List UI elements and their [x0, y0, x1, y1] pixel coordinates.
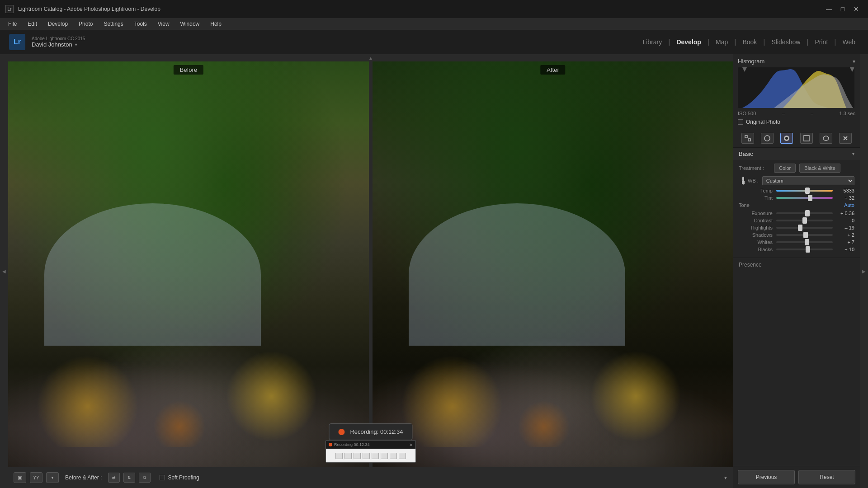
copy-button[interactable]: ⧉ — [139, 473, 151, 483]
menu-settings[interactable]: Settings — [99, 19, 127, 28]
iso-separator: – — [782, 111, 785, 116]
histogram-section: Histogram ▾ ISO 500 – — [733, 54, 860, 129]
photo-divider[interactable] — [369, 61, 373, 467]
nav-web[interactable]: Web — [839, 37, 859, 47]
recording-mini-body — [326, 449, 415, 463]
wb-eyedropper-icon[interactable] — [739, 176, 748, 185]
exposure-value: 1.3 sec — [840, 111, 855, 116]
left-panel-toggle[interactable]: ◀ — [0, 54, 8, 488]
previous-button[interactable]: Previous — [738, 470, 795, 484]
highlights-thumb[interactable] — [798, 225, 802, 231]
blacks-thumb[interactable] — [806, 246, 810, 253]
mini-tool-8[interactable] — [399, 453, 406, 459]
blacks-slider-row: Blacks + 10 — [739, 247, 854, 252]
redeye-icon[interactable] — [780, 133, 793, 144]
mini-tool-1[interactable] — [335, 453, 343, 459]
auto-tone-button[interactable]: Auto — [844, 202, 854, 208]
yy-dropdown-button[interactable]: ▼ — [46, 472, 59, 483]
exposure-slider[interactable] — [776, 212, 833, 214]
mini-close-button[interactable]: ✕ — [409, 442, 413, 447]
menu-help[interactable]: Help — [206, 19, 226, 28]
menu-edit[interactable]: Edit — [23, 19, 42, 28]
adjustment-brush-icon[interactable] — [839, 133, 852, 144]
right-panel-toggle[interactable]: ▶ — [860, 54, 868, 488]
nav-book[interactable]: Book — [739, 37, 760, 47]
swap-horizontal-button[interactable]: ⇄ — [108, 473, 120, 483]
soft-proofing-checkbox[interactable] — [160, 475, 165, 480]
maximize-button[interactable]: □ — [836, 5, 849, 14]
water-overlay-before — [44, 203, 261, 345]
temp-slider[interactable] — [776, 190, 833, 192]
nav-develop[interactable]: Develop — [673, 37, 704, 47]
lr-logo: Lr — [9, 34, 25, 50]
yy-button[interactable]: YY — [30, 472, 42, 483]
temp-thumb[interactable] — [805, 188, 810, 194]
top-arrow-icon: ▲ — [368, 56, 373, 61]
color-treatment-button[interactable]: Color — [774, 164, 796, 173]
view-mode-button[interactable]: ▣ — [14, 472, 26, 483]
whites-slider[interactable] — [776, 241, 833, 243]
exposure-thumb[interactable] — [805, 210, 810, 216]
nav-library[interactable]: Library — [639, 37, 665, 47]
presence-title: Presence — [739, 262, 762, 268]
mini-tool-6[interactable] — [381, 453, 388, 459]
shadows-thumb[interactable] — [803, 232, 808, 238]
user-name[interactable]: David Johnston ▼ — [32, 41, 85, 48]
app-icon: Lr — [5, 5, 14, 13]
menu-view[interactable]: View — [153, 19, 174, 28]
contrast-slider[interactable] — [776, 220, 833, 221]
histogram-canvas — [738, 67, 854, 108]
histogram-dropdown-arrow[interactable]: ▾ — [853, 58, 855, 65]
toolbar-dropdown-arrow[interactable]: ▼ — [723, 475, 728, 480]
crop-tool-icon[interactable] — [741, 133, 754, 144]
wb-select[interactable]: Custom As Shot Auto Daylight Cloudy Shad… — [762, 176, 854, 185]
soft-proofing-checkbox-area[interactable]: Soft Proofing — [160, 474, 199, 481]
shadows-label: Shadows — [739, 232, 773, 238]
before-after-label: Before & After : — [65, 474, 102, 481]
mini-tool-2[interactable] — [344, 453, 352, 459]
menu-develop[interactable]: Develop — [43, 19, 72, 28]
top-collapse-button[interactable]: ▲ — [8, 54, 733, 61]
original-photo-checkbox[interactable] — [738, 119, 743, 125]
mini-tool-7[interactable] — [390, 453, 397, 459]
bw-treatment-button[interactable]: Black & White — [799, 164, 840, 173]
left-arrow-icon: ◀ — [2, 269, 6, 274]
nav-print[interactable]: Print — [811, 37, 832, 47]
bottom-toolbar: ▣ YY ▼ Before & After : ⇄ ⇅ ⧉ Soft Proof… — [8, 467, 733, 488]
spot-removal-icon[interactable] — [761, 133, 774, 144]
radial-filter-icon[interactable] — [820, 133, 832, 144]
shadows-slider-row: Shadows + 2 — [739, 232, 854, 238]
svg-marker-1 — [850, 67, 854, 72]
mini-tool-4[interactable] — [363, 453, 370, 459]
minimize-button[interactable]: — — [823, 5, 835, 14]
close-button[interactable]: ✕ — [850, 5, 863, 14]
nav-map[interactable]: Map — [712, 37, 731, 47]
graduated-filter-icon[interactable] — [800, 133, 813, 144]
recording-indicator-dot — [338, 429, 344, 435]
highlights-slider[interactable] — [776, 227, 833, 229]
menu-file[interactable]: File — [4, 19, 21, 28]
tint-thumb[interactable] — [808, 195, 812, 201]
swap-vertical-button[interactable]: ⇅ — [123, 473, 135, 483]
after-panel: After — [373, 61, 733, 467]
nav-slideshow[interactable]: Slideshow — [768, 37, 804, 47]
treatment-label: Treatment : — [739, 165, 770, 171]
menu-photo[interactable]: Photo — [74, 19, 97, 28]
iso-info: ISO 500 – – 1.3 sec — [738, 111, 855, 116]
leaves-overlay-after — [391, 346, 697, 447]
right-arrow-icon: ▶ — [862, 269, 866, 274]
mini-tool-5[interactable] — [372, 453, 379, 459]
tint-slider[interactable] — [776, 197, 833, 199]
mini-tool-3[interactable] — [354, 453, 361, 459]
menu-tools[interactable]: Tools — [130, 19, 151, 28]
recording-mini-window[interactable]: Recording 00:12:34 ✕ — [326, 440, 416, 463]
basic-section-header[interactable]: Basic ▾ — [733, 148, 860, 160]
whites-thumb[interactable] — [805, 239, 809, 245]
svg-rect-3 — [748, 139, 750, 141]
blacks-slider[interactable] — [776, 249, 833, 250]
menu-window[interactable]: Window — [176, 19, 204, 28]
reset-button[interactable]: Reset — [798, 470, 855, 484]
contrast-thumb[interactable] — [802, 217, 807, 224]
shadows-slider[interactable] — [776, 234, 833, 236]
top-nav: Lr Adobe Lightroom CC 2015 David Johnsto… — [0, 30, 868, 54]
